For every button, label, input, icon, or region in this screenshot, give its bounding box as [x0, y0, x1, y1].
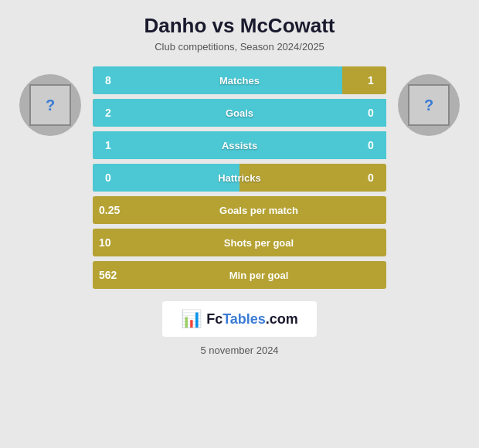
stat-val-left: 8	[93, 74, 124, 87]
question-mark-icon-right: ?	[424, 97, 433, 114]
logo-icon: 📊	[181, 309, 202, 329]
page-title: Danho vs McCowatt	[144, 14, 335, 38]
stat-val-left: 1	[93, 139, 124, 151]
stat-val-right: 0	[355, 171, 386, 184]
stat-val-simple: 10	[93, 236, 131, 249]
logo-box: 📊 FcTables.com	[162, 301, 317, 337]
stat-row-simple: 10Shots per goal	[93, 229, 386, 256]
left-player: ?	[8, 66, 93, 136]
stat-val-left: 2	[93, 107, 124, 119]
stat-row: 2Goals0	[93, 99, 386, 127]
right-avatar: ?	[398, 74, 460, 136]
stat-label: Min per goal	[131, 270, 386, 281]
stat-val-simple: 562	[93, 269, 131, 281]
left-avatar: ?	[19, 74, 81, 136]
page-wrapper: Danho vs McCowatt Club competitions, Sea…	[0, 0, 479, 448]
stats-center: 8Matches12Goals01Assists00Hattricks00.25…	[93, 66, 386, 289]
page-subtitle: Club competitions, Season 2024/2025	[155, 41, 324, 53]
stat-label: Hattricks	[124, 172, 355, 184]
stat-label: Shots per goal	[131, 237, 386, 249]
stat-val-right: 0	[355, 139, 386, 151]
stat-val-right: 0	[355, 107, 386, 119]
footer-date: 5 november 2024	[200, 344, 278, 356]
right-player: ?	[386, 66, 471, 136]
stat-label: Goals	[124, 107, 355, 119]
right-avatar-icon: ?	[408, 84, 450, 126]
stat-val-simple: 0.25	[93, 204, 131, 216]
stat-label: Matches	[124, 75, 355, 87]
stat-row-simple: 562Min per goal	[93, 261, 386, 289]
logo-text: FcTables.com	[206, 311, 298, 328]
comparison-area: ? 8Matches12Goals01Assists00Hattricks00.…	[8, 66, 471, 289]
left-avatar-icon: ?	[29, 84, 71, 126]
stat-row: 0Hattricks0	[93, 164, 386, 192]
stat-label: Goals per match	[131, 205, 386, 216]
question-mark-icon: ?	[46, 97, 55, 114]
stat-val-right: 1	[355, 74, 386, 87]
stat-row: 8Matches1	[93, 66, 386, 94]
stat-label: Assists	[124, 140, 355, 151]
stat-val-left: 0	[93, 171, 124, 184]
stat-row-simple: 0.25Goals per match	[93, 196, 386, 224]
stat-row: 1Assists0	[93, 131, 386, 159]
